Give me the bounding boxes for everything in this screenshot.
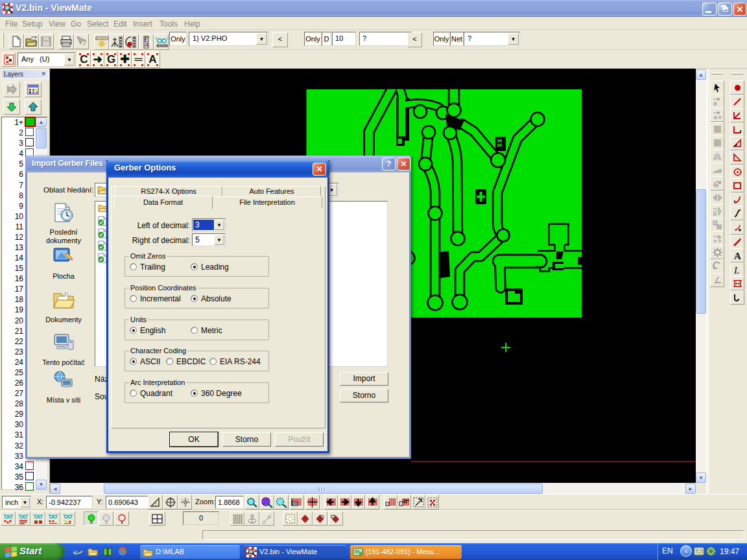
svg-text:A: A xyxy=(734,251,741,261)
svg-text:L: L xyxy=(733,265,739,275)
svg-text:?: ? xyxy=(82,38,86,47)
svg-text:e: e xyxy=(73,546,78,557)
